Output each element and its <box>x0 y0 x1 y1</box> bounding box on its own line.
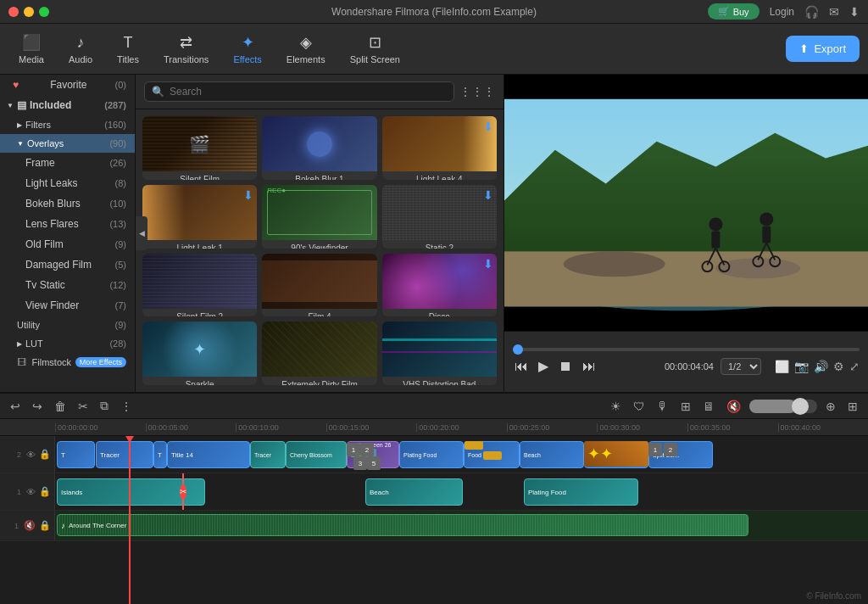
sidebar-item-old-film[interactable]: Old Film (9) <box>0 234 135 254</box>
more-button[interactable]: ⋮ <box>117 398 136 415</box>
minimize-button[interactable] <box>24 7 34 17</box>
track-clip[interactable]: Tracer <box>96 441 153 468</box>
window-controls[interactable] <box>8 7 49 17</box>
track-clip[interactable]: Cherry Blossom <box>286 441 347 468</box>
add-track-button[interactable]: ⊕ <box>822 398 839 415</box>
grid-view-button[interactable]: ⊞ <box>844 398 861 415</box>
track-eye-2[interactable]: 👁 <box>26 450 36 460</box>
mic-icon[interactable]: 🎙 <box>654 398 672 415</box>
previous-frame-button[interactable]: ⏮ <box>513 357 530 376</box>
effect-silent-film2[interactable]: Silent Film 2 <box>142 254 257 317</box>
fullscreen-button[interactable]: ⤢ <box>849 360 860 373</box>
sidebar-item-favorite[interactable]: ♥ Favorite (0) <box>0 75 135 95</box>
shield-icon[interactable]: 🛡 <box>630 398 648 415</box>
mute-icon[interactable]: 🔇 <box>723 398 744 415</box>
buy-button[interactable]: 🛒 Buy <box>708 3 760 20</box>
search-input[interactable] <box>170 86 447 98</box>
track-lock-2[interactable]: 🔒 <box>39 449 51 460</box>
overlay-clip-animated[interactable]: ✦✦ <box>584 441 648 467</box>
sidebar-item-lut[interactable]: ▶ LUT (28) <box>0 334 135 353</box>
overlay-clip[interactable] <box>465 441 483 450</box>
sun-icon[interactable]: ☀ <box>607 398 625 415</box>
titlebar-actions: 🛒 Buy Login 🎧 ✉ ⬇ <box>708 3 860 20</box>
close-button[interactable] <box>8 7 19 17</box>
effects-icon: ✦ <box>242 33 254 52</box>
stop-button[interactable]: ⏹ <box>557 357 574 376</box>
track-lock-1[interactable]: 🔒 <box>39 486 51 497</box>
render-button[interactable]: ⬜ <box>775 360 789 373</box>
sidebar-item-filters[interactable]: ▶ Filters (160) <box>0 115 135 134</box>
sidebar-item-light-leaks[interactable]: Light Leaks (8) <box>0 173 135 193</box>
effect-light-leak1[interactable]: ⬇ Light Leak 1 <box>142 185 257 249</box>
sidebar-item-overlays[interactable]: ▼ Overlays (90) <box>0 134 135 153</box>
volume-slider[interactable] <box>749 400 817 413</box>
progress-thumb[interactable] <box>513 344 523 355</box>
track-number-1: 1 <box>17 488 21 496</box>
effect-label-viewfinder: 90's Viewfinder <box>262 240 376 249</box>
cut-button[interactable]: ✂ <box>75 398 92 415</box>
settings-button[interactable]: ⚙ <box>833 360 844 373</box>
track-clip-plating-food[interactable]: Plating Food <box>524 478 638 506</box>
sidebar-item-damaged-film[interactable]: Damaged Film (5) <box>0 254 135 275</box>
export-button[interactable]: ⬆ Export <box>786 36 860 62</box>
undo-button[interactable]: ↩ <box>7 398 24 415</box>
grid-options-icon[interactable]: ⋮⋮⋮ <box>459 85 495 98</box>
caption-icon[interactable]: ⊞ <box>677 398 694 415</box>
effect-bokeh-blur[interactable]: Bokeh Blur 1 <box>262 116 376 180</box>
effect-sparkle[interactable]: ✦ Sparkle <box>142 322 257 385</box>
effect-disco[interactable]: ⬇ Disco <box>382 254 497 317</box>
mail-icon[interactable]: ✉ <box>829 5 839 19</box>
track-clip[interactable]: Tracer <box>250 441 286 468</box>
sidebar-item-bokeh-blurs[interactable]: Bokeh Blurs (10) <box>0 193 135 214</box>
next-frame-button[interactable]: ⏭ <box>581 357 598 376</box>
progress-bar[interactable] <box>513 348 860 351</box>
sidebar-item-included[interactable]: ▼ ▤ Included (287) <box>0 95 135 115</box>
delete-button[interactable]: 🗑 <box>51 398 70 415</box>
monitor-icon[interactable]: 🖥 <box>699 398 718 415</box>
sidebar-item-frame[interactable]: Frame (26) <box>0 153 135 173</box>
headphone-icon[interactable]: 🎧 <box>804 5 819 19</box>
toolbar-transitions[interactable]: ⇄ Transitions <box>153 28 219 70</box>
track-clip-beach[interactable]: Beach <box>365 478 463 506</box>
track-clip[interactable]: Beach <box>520 441 584 468</box>
toolbar-media[interactable]: ⬛ Media <box>8 28 54 70</box>
effect-silent-film[interactable]: 🎬 Silent Film <box>142 116 257 180</box>
download-icon[interactable]: ⬇ <box>849 5 860 19</box>
effect-extremely-dirty[interactable]: Extremely Dirty Film <box>262 322 376 385</box>
track-clip-audio[interactable]: ♪Around The Corner <box>57 514 748 536</box>
maximize-button[interactable] <box>39 7 49 17</box>
snapshot-button[interactable]: 📷 <box>794 360 809 373</box>
sidebar-item-tv-static[interactable]: Tv Static (12) <box>0 275 135 295</box>
sidebar-item-lens-flares[interactable]: Lens Flares (13) <box>0 214 135 234</box>
toolbar-split[interactable]: ⊡ Split Screen <box>340 28 410 70</box>
toolbar-effects[interactable]: ✦ Effects <box>223 28 271 70</box>
track-clip[interactable]: T <box>57 441 95 468</box>
track-clip[interactable]: Title 14 <box>167 441 250 468</box>
effect-static2[interactable]: ⬇ Static 2 <box>382 185 497 249</box>
track-eye-1[interactable]: 👁 <box>26 487 36 497</box>
quality-select[interactable]: 1/2 1/4 Full <box>721 358 761 375</box>
copy-button[interactable]: ⧉ <box>97 397 112 415</box>
sidebar-item-filmstock[interactable]: 🎞 Filmstock More Effects <box>0 353 135 372</box>
effect-90s-viewfinder[interactable]: REC● 90's Viewfinder <box>262 185 376 249</box>
redo-button[interactable]: ↪ <box>29 398 46 415</box>
toolbar-titles[interactable]: T Titles <box>107 29 149 70</box>
effect-light-leak4[interactable]: ⬇ Light Leak 4 <box>382 116 497 180</box>
panel-nav-arrow[interactable]: ◀ <box>136 216 147 250</box>
track-clip[interactable]: Plating Food <box>399 441 464 468</box>
track-lock-audio[interactable]: 🔒 <box>39 520 51 531</box>
effect-film4[interactable]: Film 4 <box>262 254 376 317</box>
play-button[interactable]: ▶ <box>537 356 550 376</box>
login-button[interactable]: Login <box>770 6 794 18</box>
overlay-clip[interactable] <box>483 451 502 460</box>
sidebar-item-utility[interactable]: Utility (9) <box>0 316 135 334</box>
track-mute-audio[interactable]: 🔇 <box>24 520 36 531</box>
toolbar-audio[interactable]: ♪ Audio <box>58 29 103 70</box>
track-clip[interactable]: T <box>153 441 167 468</box>
effects-grid: 🎬 Silent Film Bokeh Blur 1 <box>136 109 504 392</box>
volume-button[interactable]: 🔊 <box>814 360 828 373</box>
search-box[interactable]: 🔍 <box>144 81 454 102</box>
toolbar-elements[interactable]: ◈ Elements <box>276 28 336 70</box>
sidebar-item-view-finder[interactable]: View Finder (7) <box>0 295 135 316</box>
effect-vhs[interactable]: VHS Distortion Bad <box>382 322 497 385</box>
